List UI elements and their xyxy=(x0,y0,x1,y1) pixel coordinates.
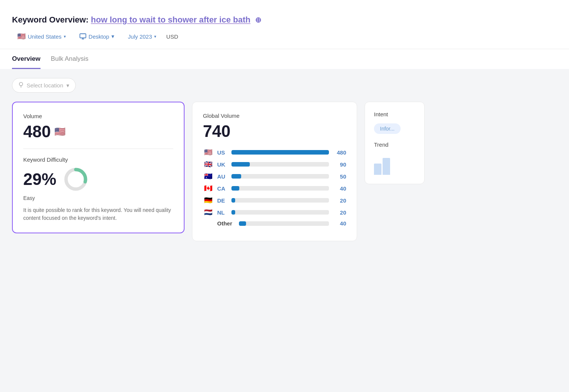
tabs-row: Overview Bulk Analysis xyxy=(0,49,569,69)
country-row: Other 40 xyxy=(203,220,346,227)
country-volume-value: 20 xyxy=(333,209,346,216)
country-code-label: AU xyxy=(217,173,228,180)
card-divider xyxy=(23,149,173,149)
country-flag-icon: 🇦🇺 xyxy=(203,172,213,180)
country-label: United States xyxy=(28,33,62,40)
volume-bar-fill xyxy=(231,162,250,167)
svg-rect-0 xyxy=(80,34,86,38)
country-volume-value: 20 xyxy=(333,197,346,204)
volume-bar-fill xyxy=(231,150,329,155)
kd-row: 29% xyxy=(23,167,173,192)
volume-bar-wrapper xyxy=(231,186,329,191)
trend-bar xyxy=(383,158,390,175)
device-label: Desktop xyxy=(89,33,109,40)
volume-bar-wrapper xyxy=(231,162,329,167)
kd-easy-label: Easy xyxy=(23,195,173,201)
volume-bar-wrapper xyxy=(239,221,329,226)
location-placeholder: Select location xyxy=(27,82,63,89)
volume-bar-wrapper xyxy=(231,210,329,215)
device-chevron-icon: ▾ xyxy=(111,33,114,40)
title-prefix: Keyword Overview: xyxy=(12,15,89,24)
country-flag-icon: 🇺🇸 xyxy=(203,148,213,156)
country-flag-icon: 🇨🇦 xyxy=(203,184,213,192)
country-volume-value: 40 xyxy=(333,185,346,192)
cards-row: Volume 480 🇺🇸 Keyword Difficulty 29% xyxy=(12,102,557,241)
country-code-label: Other xyxy=(217,220,235,227)
country-row: 🇦🇺 AU 50 xyxy=(203,172,346,180)
country-flag-icon: 🇩🇪 xyxy=(203,196,213,204)
country-flag: 🇺🇸 xyxy=(17,32,26,41)
intent-badge: Infor... xyxy=(374,123,401,134)
add-keyword-icon[interactable]: ⊕ xyxy=(255,16,261,24)
volume-number: 480 xyxy=(23,122,51,141)
volume-bar-fill xyxy=(231,210,235,215)
country-volume-value: 90 xyxy=(333,161,346,168)
volume-bar-wrapper xyxy=(231,174,329,179)
volume-kd-card: Volume 480 🇺🇸 Keyword Difficulty 29% xyxy=(12,102,185,233)
country-code-label: DE xyxy=(217,197,228,204)
volume-bar-wrapper xyxy=(231,150,329,155)
date-filter[interactable]: July 2023 ▾ xyxy=(123,31,162,42)
country-list: 🇺🇸 US 480 🇬🇧 UK 90 🇦🇺 AU 50 🇨🇦 CA 40 🇩🇪 … xyxy=(203,148,346,227)
country-row: 🇺🇸 US 480 xyxy=(203,148,346,156)
date-label: July 2023 xyxy=(128,33,152,40)
tab-overview[interactable]: Overview xyxy=(12,49,41,69)
country-row: 🇬🇧 UK 90 xyxy=(203,160,346,168)
location-chevron-icon: ▾ xyxy=(66,82,69,89)
global-volume-value: 740 xyxy=(203,122,346,141)
date-chevron-icon: ▾ xyxy=(154,34,156,39)
kd-description: It is quite possible to rank for this ke… xyxy=(23,206,173,222)
header: Keyword Overview: how long to wait to sh… xyxy=(0,0,569,69)
monitor-icon xyxy=(80,33,86,39)
filters-row: 🇺🇸 United States ▾ Desktop ▾ July 2023 ▾… xyxy=(12,30,557,49)
country-code-label: CA xyxy=(217,185,228,192)
global-volume-label: Global Volume xyxy=(203,113,346,119)
volume-bar-fill xyxy=(239,221,246,226)
country-flag-icon: 🇳🇱 xyxy=(203,208,213,216)
country-volume-value: 50 xyxy=(333,173,346,180)
volume-label: Volume xyxy=(23,113,173,119)
page-title: Keyword Overview: how long to wait to sh… xyxy=(12,8,557,25)
country-code-label: US xyxy=(217,149,228,156)
kd-donut-chart xyxy=(63,167,89,192)
intent-card: Intent Infor... Trend xyxy=(365,102,425,184)
volume-value-row: 480 🇺🇸 xyxy=(23,122,173,141)
keyword-text: how long to wait to shower after ice bat… xyxy=(91,15,250,24)
intent-title: Intent xyxy=(374,111,415,117)
trend-title: Trend xyxy=(374,141,415,148)
country-row: 🇨🇦 CA 40 xyxy=(203,184,346,192)
volume-flag: 🇺🇸 xyxy=(54,126,66,137)
device-filter[interactable]: Desktop ▾ xyxy=(74,31,120,42)
pin-icon xyxy=(18,82,24,89)
country-filter[interactable]: 🇺🇸 United States ▾ xyxy=(12,30,71,43)
country-volume-value: 40 xyxy=(333,220,346,227)
tab-bulk-analysis[interactable]: Bulk Analysis xyxy=(51,49,89,69)
location-selector[interactable]: Select location ▾ xyxy=(12,78,76,93)
volume-bar-fill xyxy=(231,174,241,179)
kd-value: 29% xyxy=(23,170,56,189)
country-row: 🇳🇱 NL 20 xyxy=(203,208,346,216)
volume-bar-wrapper xyxy=(231,198,329,203)
trend-chart xyxy=(374,152,415,175)
country-code-label: NL xyxy=(217,209,228,216)
trend-bar xyxy=(374,164,381,175)
svg-point-3 xyxy=(20,83,23,86)
content-area: Select location ▾ Volume 480 🇺🇸 Keyword … xyxy=(12,69,557,250)
country-chevron-icon: ▾ xyxy=(64,34,66,39)
country-volume-value: 480 xyxy=(333,149,346,156)
volume-bar-fill xyxy=(231,186,239,191)
country-code-label: UK xyxy=(217,161,228,168)
country-row: 🇩🇪 DE 20 xyxy=(203,196,346,204)
kd-label: Keyword Difficulty xyxy=(23,156,173,163)
volume-bar-fill xyxy=(231,198,235,203)
global-volume-card: Global Volume 740 🇺🇸 US 480 🇬🇧 UK 90 🇦🇺 … xyxy=(192,102,357,241)
currency-label: USD xyxy=(166,33,178,40)
country-flag-icon: 🇬🇧 xyxy=(203,160,213,168)
